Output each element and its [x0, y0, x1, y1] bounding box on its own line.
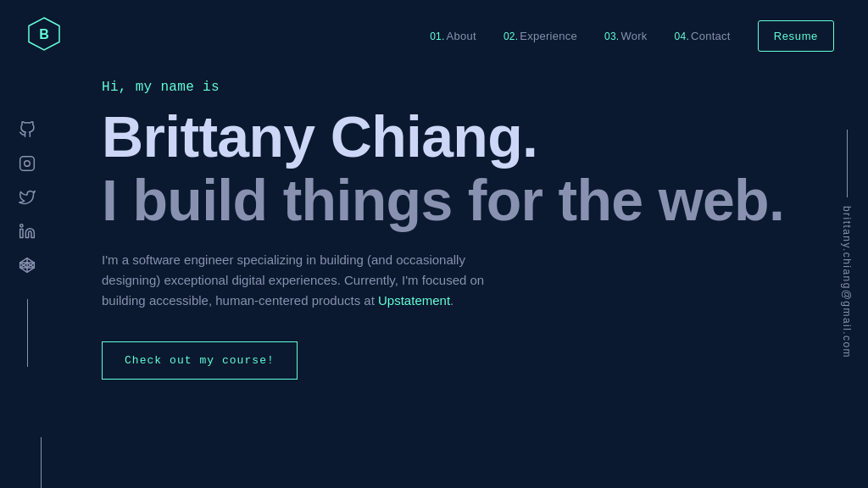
- instagram-icon[interactable]: [19, 155, 36, 172]
- resume-button[interactable]: Resume: [758, 20, 834, 52]
- svg-rect-2: [20, 157, 35, 171]
- hero-tagline: I build things for the web.: [102, 170, 800, 230]
- nav-experience[interactable]: 02.Experience: [504, 30, 577, 42]
- left-sidebar: [19, 121, 36, 367]
- bottom-line-decoration: [41, 437, 42, 488]
- svg-point-3: [25, 161, 31, 167]
- codepen-icon[interactable]: [19, 257, 36, 274]
- svg-point-6: [20, 225, 23, 227]
- hero-name: Brittany Chiang.: [102, 107, 800, 167]
- main-nav: 01.About 02.Experience 03.Work 04.Contac…: [430, 20, 834, 52]
- header: B 01.About 02.Experience 03.Work 04.Cont…: [0, 0, 868, 71]
- cta-button[interactable]: Check out my course!: [102, 341, 298, 380]
- github-icon[interactable]: [19, 121, 36, 138]
- nav-work[interactable]: 03.Work: [604, 30, 648, 42]
- email-link[interactable]: brittany.chiang@gmail.com: [841, 206, 853, 358]
- right-sidebar: brittany.chiang@gmail.com: [841, 130, 853, 358]
- linkedin-icon[interactable]: [19, 223, 36, 240]
- logo[interactable]: B: [25, 15, 63, 56]
- svg-rect-5: [20, 230, 23, 238]
- upstatement-link[interactable]: Upstatement: [378, 293, 450, 308]
- nav-about[interactable]: 01.About: [430, 30, 476, 42]
- bio-text: I'm a software engineer specializing in …: [102, 250, 509, 311]
- svg-text:B: B: [39, 27, 49, 42]
- main-content: Hi, my name is Brittany Chiang. I build …: [0, 71, 868, 396]
- nav-contact[interactable]: 04.Contact: [675, 30, 731, 42]
- greeting-text: Hi, my name is: [102, 80, 800, 95]
- bio-text-part2: .: [450, 293, 453, 308]
- svg-point-4: [31, 159, 31, 160]
- twitter-icon[interactable]: [19, 189, 36, 206]
